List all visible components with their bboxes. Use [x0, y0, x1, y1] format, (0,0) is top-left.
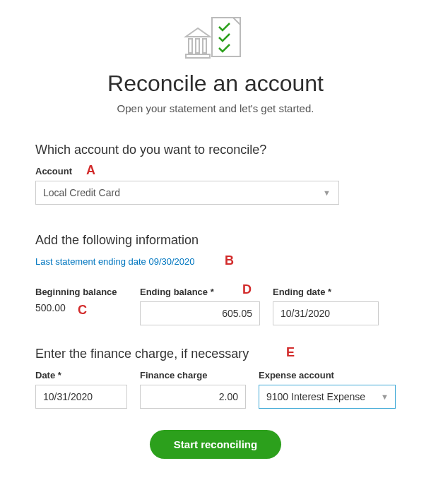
- header-icon: [35, 14, 396, 64]
- svg-marker-1: [186, 28, 210, 37]
- annotation-d: D: [242, 282, 252, 297]
- section-finance-heading: Enter the finance charge, if necessary: [35, 347, 396, 361]
- finance-date-input[interactable]: [35, 385, 127, 409]
- account-select[interactable]: [35, 181, 339, 205]
- ending-date-label: Ending date *: [273, 287, 379, 297]
- annotation-a: A: [86, 163, 95, 178]
- section-account-heading: Which account do you want to reconcile?: [35, 143, 396, 157]
- annotation-e: E: [286, 345, 295, 360]
- annotation-c: C: [78, 303, 87, 318]
- last-statement-link[interactable]: Last statement ending date 09/30/2020: [35, 256, 396, 267]
- svg-rect-5: [186, 54, 210, 58]
- beginning-balance-value: 500.00: [35, 296, 66, 313]
- finance-date-label: Date *: [35, 370, 127, 380]
- svg-rect-4: [203, 39, 206, 53]
- expense-account-select[interactable]: [259, 385, 396, 409]
- start-reconciling-button[interactable]: Start reconciling: [150, 430, 281, 459]
- svg-rect-3: [196, 39, 199, 53]
- account-select-wrap[interactable]: ▼: [35, 181, 339, 205]
- section-info-heading: Add the following information: [35, 233, 396, 248]
- finance-charge-label: Finance charge: [140, 370, 246, 380]
- page-subtitle: Open your statement and let's get starte…: [35, 102, 396, 114]
- annotation-b: B: [225, 253, 234, 268]
- svg-rect-2: [189, 39, 192, 53]
- ending-balance-input[interactable]: [140, 301, 260, 325]
- page-title: Reconcile an account: [35, 71, 396, 97]
- finance-charge-input[interactable]: [140, 385, 246, 409]
- expense-account-label: Expense account: [259, 370, 396, 380]
- beginning-balance-label: Beginning balance: [35, 287, 127, 297]
- ending-date-input[interactable]: [273, 301, 379, 325]
